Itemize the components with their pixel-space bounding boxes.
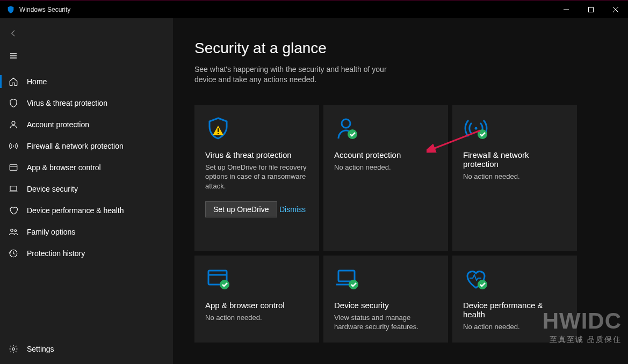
svg-point-22	[220, 280, 229, 289]
card-title: Device security	[334, 301, 437, 310]
cards-grid: Virus & threat protection Set up OneDriv…	[194, 105, 607, 343]
minimize-button[interactable]	[554, 1, 579, 18]
svg-point-16	[342, 119, 350, 128]
page-title: Security at a glance	[194, 40, 607, 57]
sidebar-item-firewall[interactable]: Firewall & network protection	[0, 135, 173, 157]
sidebar-item-label: Family options	[27, 228, 75, 236]
svg-rect-6	[10, 165, 17, 171]
sidebar-item-label: Account protection	[27, 120, 89, 129]
svg-rect-8	[10, 186, 17, 191]
svg-rect-15	[218, 133, 219, 134]
svg-point-12	[12, 348, 15, 351]
antenna-icon	[9, 141, 18, 151]
person-ok-icon	[334, 116, 360, 142]
card-desc: View status and manage hardware security…	[334, 313, 437, 332]
app-icon	[6, 5, 15, 14]
card-desc: No action needed.	[463, 172, 566, 181]
person-icon	[9, 120, 18, 129]
svg-point-5	[13, 145, 14, 147]
card-desc: No action needed.	[205, 313, 308, 323]
card-desc: No action needed.	[463, 322, 566, 332]
svg-point-11	[15, 230, 17, 232]
card-title: Device performance & health	[463, 301, 566, 319]
sidebar-item-settings[interactable]: Settings	[0, 338, 173, 360]
back-button[interactable]	[1, 23, 26, 44]
laptop-icon	[9, 184, 18, 194]
svg-rect-23	[338, 271, 355, 281]
card-account[interactable]: Account protection No action needed.	[323, 105, 448, 251]
svg-rect-14	[218, 128, 219, 132]
card-title: Firewall & network protection	[463, 150, 566, 169]
family-icon	[9, 227, 18, 237]
gear-icon	[9, 344, 18, 354]
sidebar-item-app-browser[interactable]: App & browser control	[0, 157, 173, 178]
sidebar-item-label: Device security	[27, 185, 78, 193]
svg-point-17	[348, 129, 357, 139]
card-desc: Set up OneDrive for file recovery option…	[205, 163, 308, 191]
card-desc: No action needed.	[334, 163, 437, 172]
svg-rect-1	[589, 7, 594, 12]
sidebar-item-family[interactable]: Family options	[0, 221, 173, 243]
sidebar-item-label: Protection history	[27, 249, 85, 258]
svg-point-19	[478, 129, 487, 139]
sidebar-item-label: Virus & threat protection	[27, 99, 107, 107]
content-area: Security at a glance See what's happenin…	[173, 18, 628, 364]
hamburger-button[interactable]	[1, 45, 26, 67]
maximize-button[interactable]	[579, 1, 603, 18]
laptop-ok-icon	[334, 266, 360, 292]
svg-point-18	[475, 127, 478, 129]
sidebar-item-performance[interactable]: Device performance & health	[0, 200, 173, 221]
sidebar-item-label: Firewall & network protection	[27, 142, 124, 150]
browser-icon	[9, 163, 18, 172]
svg-point-4	[12, 121, 15, 125]
close-button[interactable]	[603, 1, 628, 18]
setup-onedrive-button[interactable]: Set up OneDrive	[205, 201, 277, 217]
sidebar-item-label: Settings	[27, 345, 54, 353]
window-title: Windows Security	[19, 6, 70, 13]
sidebar-item-label: Home	[27, 77, 47, 86]
card-app-browser[interactable]: App & browser control No action needed.	[194, 256, 319, 343]
window-controls	[554, 1, 628, 18]
shield-warning-icon	[205, 116, 231, 142]
sidebar-item-label: Device performance & health	[27, 206, 124, 215]
svg-point-10	[11, 229, 13, 232]
card-device-security[interactable]: Device security View status and manage h…	[323, 256, 448, 343]
browser-ok-icon	[205, 266, 231, 292]
sidebar-item-label: App & browser control	[27, 163, 101, 172]
svg-point-26	[478, 280, 487, 289]
card-title: Virus & threat protection	[205, 150, 308, 159]
sidebar-item-history[interactable]: Protection history	[0, 243, 173, 264]
titlebar-left: Windows Security	[0, 5, 70, 14]
sidebar: Home Virus & threat protection Account p…	[0, 18, 173, 364]
page-subtitle: See what's happening with the security a…	[194, 64, 404, 85]
card-title: App & browser control	[205, 301, 308, 310]
heart-ok-icon	[463, 266, 489, 292]
card-firewall[interactable]: Firewall & network protection No action …	[452, 105, 577, 251]
antenna-ok-icon	[463, 116, 489, 142]
sidebar-item-home[interactable]: Home	[0, 71, 173, 92]
dismiss-link[interactable]: Dismiss	[279, 205, 306, 214]
sidebar-item-account[interactable]: Account protection	[0, 114, 173, 135]
titlebar: Windows Security	[0, 0, 628, 18]
card-performance[interactable]: Device performance & health No action ne…	[452, 256, 577, 343]
shield-icon	[9, 98, 18, 108]
history-icon	[9, 249, 18, 258]
sidebar-item-device-security[interactable]: Device security	[0, 178, 173, 200]
home-icon	[9, 77, 18, 86]
card-virus-threat[interactable]: Virus & threat protection Set up OneDriv…	[194, 105, 319, 251]
card-title: Account protection	[334, 150, 437, 159]
heart-icon	[9, 206, 18, 215]
svg-point-25	[349, 280, 358, 289]
sidebar-item-virus[interactable]: Virus & threat protection	[0, 92, 173, 114]
